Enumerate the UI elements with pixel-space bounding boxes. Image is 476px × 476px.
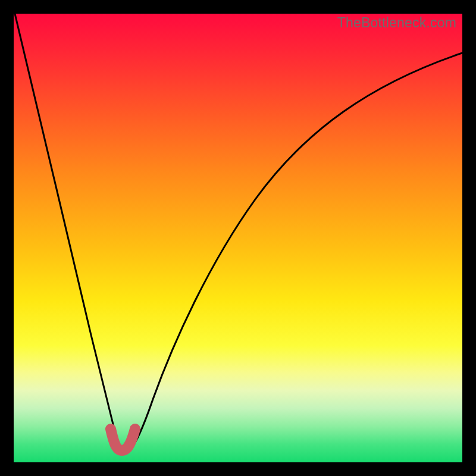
chart-plot-area: TheBottleneck.com: [14, 14, 462, 462]
optimal-range-marker: [111, 429, 135, 450]
watermark-text: TheBottleneck.com: [337, 15, 456, 31]
chart-svg: [14, 14, 462, 462]
bottleneck-curve: [15, 14, 462, 451]
